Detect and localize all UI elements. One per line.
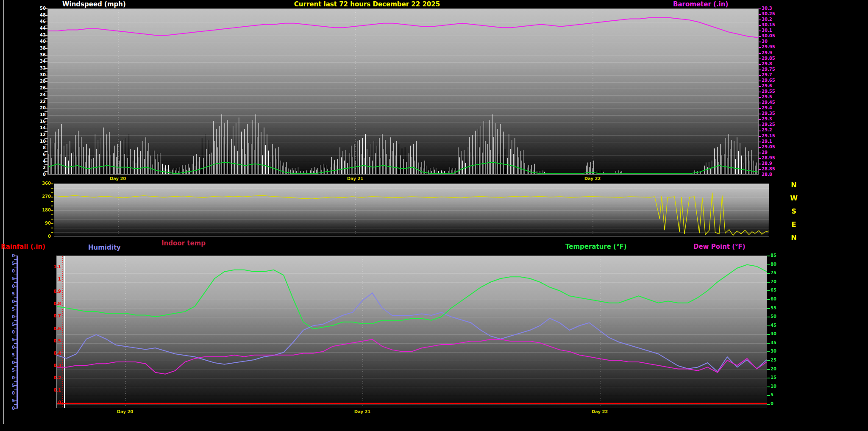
- barometer-axis-label: 29.75: [762, 67, 782, 72]
- barometer-axis-label: 28.95: [762, 156, 782, 161]
- windspeed-axis-label: 8: [30, 145, 46, 150]
- windspeed-chart-title: Windspeed (mph): [62, 0, 126, 8]
- compass-e: E: [787, 220, 800, 228]
- windspeed-axis-label: 28: [30, 79, 46, 84]
- wind-direction-axis-label: 360: [36, 181, 51, 186]
- barometer-axis-label: 29.45: [762, 100, 782, 105]
- windspeed-axis-label: 32: [30, 66, 46, 71]
- barometer-axis-label: 30.2: [762, 17, 782, 22]
- windspeed-axis-label: 2: [30, 165, 46, 170]
- rainfall-axis-label: 0.3: [49, 363, 61, 368]
- temperature-axis-label: 45: [771, 323, 783, 328]
- barometer-axis-label: 29.8: [762, 61, 782, 67]
- barometer-axis-label: 30.15: [762, 22, 782, 28]
- barometer-axis-label: 29: [762, 150, 782, 155]
- bottom-day-label-20: Day 20: [111, 409, 139, 414]
- temperature-axis-label: 25: [771, 358, 783, 363]
- temperature-axis-label: 20: [771, 367, 783, 372]
- barometer-axis-label: 29.6: [762, 83, 782, 89]
- humidity-axis-ticks: [14, 256, 17, 409]
- barometer-axis-label: 29.3: [762, 117, 782, 122]
- rainfall-axis-label: 1: [49, 277, 61, 282]
- compass-n-bottom: N: [787, 234, 800, 242]
- barometer-axis-label: 29.85: [762, 56, 782, 61]
- weather-console: Windspeed (mph) Current last 72 hours De…: [0, 0, 868, 431]
- barometer-chart-title: Barometer (.in): [673, 0, 728, 8]
- windspeed-axis-label: 44: [30, 26, 46, 31]
- windspeed-axis-label: 42: [30, 33, 46, 38]
- rainfall-axis-label: 0.6: [49, 326, 61, 331]
- barometer-axis-label: 29.5: [762, 95, 782, 100]
- bottom-day-label-22: Day 22: [586, 409, 613, 414]
- bottom-day-label-21: Day 21: [349, 409, 376, 414]
- temperature-axis-label: 70: [771, 279, 783, 284]
- windspeed-axis-label: 6: [30, 152, 46, 157]
- barometer-axis-label: 29.35: [762, 111, 782, 116]
- windspeed-axis-label: 14: [30, 125, 46, 131]
- barometer-axis-label: 29.55: [762, 89, 782, 94]
- temperature-axis-label: 30: [771, 349, 783, 354]
- rainfall-axis-label: 0.9: [49, 289, 61, 294]
- windspeed-axis-label: 20: [30, 106, 46, 111]
- windspeed-axis-label: 46: [30, 19, 46, 24]
- humidity-axis-line: [17, 256, 18, 409]
- barometer-axis-label: 28.9: [762, 161, 782, 166]
- windspeed-axis-label: 10: [30, 139, 46, 144]
- barometer-axis-label: 30.05: [762, 33, 782, 39]
- windspeed-axis-label: 30: [30, 72, 46, 78]
- temperature-axis-label: 40: [771, 331, 783, 336]
- rainfall-axis-label: 0.2: [49, 375, 61, 381]
- barometer-axis-label: 30.25: [762, 11, 782, 17]
- wind-direction-axis-ticks: [51, 184, 53, 236]
- rainfall-axis-label: 0.7: [49, 314, 61, 319]
- wind-direction-axis-label: 0: [36, 234, 51, 239]
- wind-direction-plot: [54, 184, 769, 236]
- temperature-axis-label: 65: [771, 288, 783, 293]
- barometer-axis-label: 28.8: [762, 172, 782, 177]
- indoor-temp-legend-label: Indoor temp: [161, 239, 206, 247]
- temperature-axis-label: 15: [771, 375, 783, 380]
- windspeed-axis-label: 50: [30, 6, 46, 11]
- barometer-axis-label: 29.9: [762, 50, 782, 56]
- windspeed-barometer-plot: [47, 8, 759, 175]
- page-title: Current last 72 hours December 22 2025: [237, 0, 497, 8]
- top-day-label-20: Day 20: [104, 176, 131, 181]
- barometer-axis-label: 29.7: [762, 72, 782, 78]
- temperature-axis-label: 5: [771, 392, 783, 398]
- temperature-axis-label: 55: [771, 306, 783, 311]
- barometer-axis-label: 29.05: [762, 145, 782, 150]
- windspeed-axis-label: 34: [30, 59, 46, 64]
- temperature-axis-label: 75: [771, 270, 783, 275]
- rainfall-axis-label: 0.1: [49, 388, 61, 393]
- windspeed-barometer-series: [48, 9, 758, 174]
- top-day-label-22: Day 22: [579, 176, 606, 181]
- barometer-axis-label: 29.2: [762, 128, 782, 133]
- barometer-axis-label: 29.65: [762, 78, 782, 83]
- windspeed-axis-label: 24: [30, 92, 46, 97]
- barometer-axis-label: 29.95: [762, 44, 782, 50]
- dew-point-legend-label: Dew Point (°F): [693, 243, 746, 250]
- compass-n-top: N: [787, 181, 800, 189]
- temperature-axis-label: 35: [771, 340, 783, 345]
- compass-s: S: [787, 207, 800, 215]
- wind-direction-axis-label: 90: [36, 221, 51, 226]
- rainfall-axis-label: 0.5: [49, 339, 61, 344]
- windspeed-axis-label: 26: [30, 86, 46, 91]
- temperature-axis-label: 10: [771, 384, 783, 389]
- windspeed-axis-label: 12: [30, 132, 46, 137]
- windspeed-axis-label: 22: [30, 99, 46, 104]
- barometer-axis-ticks: [759, 8, 761, 175]
- barometer-axis-label: 28.85: [762, 167, 782, 172]
- temperature-axis-label: 0: [771, 401, 783, 406]
- windspeed-axis-label: 36: [30, 53, 46, 58]
- rainfall-axis-label: 0: [49, 400, 61, 405]
- barometer-axis-label: 30.3: [762, 6, 782, 11]
- windspeed-axis-label: 18: [30, 112, 46, 117]
- temperature-axis-label: 80: [771, 262, 783, 267]
- temperature-axis-ticks: [767, 256, 770, 406]
- barometer-axis-label: 29.25: [762, 122, 782, 127]
- compass-w: W: [787, 194, 800, 202]
- windspeed-axis-label: 4: [30, 159, 46, 164]
- windspeed-axis-label: 38: [30, 46, 46, 51]
- temperature-axis-label: 60: [771, 297, 783, 302]
